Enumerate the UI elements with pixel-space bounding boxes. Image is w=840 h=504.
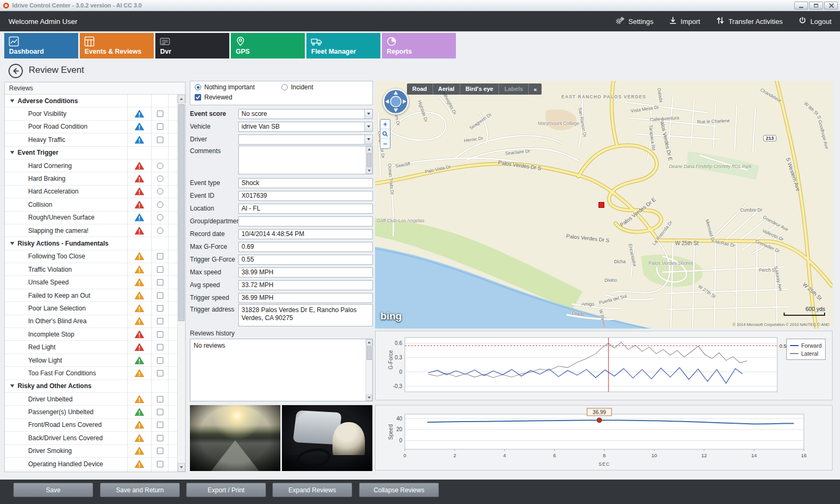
tree-item-red-light[interactable]: Red Light xyxy=(5,341,177,354)
checkbox-passenger-s-unbelted[interactable] xyxy=(157,409,163,415)
expander-icon[interactable] xyxy=(10,384,14,388)
save-button[interactable]: Save xyxy=(13,483,93,497)
header-action-logout[interactable]: Logout xyxy=(799,16,831,26)
save-and-return-button[interactable]: Save and Return xyxy=(100,483,180,497)
scroll-down-icon[interactable] xyxy=(366,394,372,401)
field-trigger-speed[interactable]: 36.99 MPH xyxy=(238,293,373,303)
field-event-score[interactable]: No score xyxy=(238,109,373,119)
classification-radio-incident[interactable]: Incident xyxy=(281,83,313,91)
event-location-marker[interactable] xyxy=(598,202,604,208)
checkbox-driver-smoking[interactable] xyxy=(157,448,163,454)
tree-item-slapping-the-camera[interactable]: Slapping the camera! xyxy=(5,224,177,237)
bing-map[interactable]: EAST RANCHO PALOS VERDESMarymount Colleg… xyxy=(375,81,833,329)
map-collapse-button[interactable]: « xyxy=(529,86,542,93)
radio-hard-cornering[interactable] xyxy=(157,163,163,169)
tree-item-unsafe-speed[interactable]: Unsafe Speed xyxy=(5,276,177,289)
zoom-in-button[interactable]: + xyxy=(380,120,390,129)
classification-radio-nothing-important[interactable]: Nothing important xyxy=(195,83,255,91)
radio-slapping-the-camera[interactable] xyxy=(157,228,163,234)
zoom-out-button[interactable]: − xyxy=(380,139,390,148)
checkbox-traffic-violation[interactable] xyxy=(157,266,163,273)
tree-item-collision[interactable]: Collision xyxy=(5,198,177,211)
close-button[interactable] xyxy=(824,2,838,10)
reviews-history-scrollbar[interactable] xyxy=(365,339,372,401)
tree-group-adverse-conditions[interactable]: Adverse Conditions xyxy=(5,95,177,107)
scroll-down-icon[interactable] xyxy=(366,167,372,174)
scrollbar-thumb[interactable] xyxy=(367,346,372,360)
map-compass-control[interactable] xyxy=(381,87,410,118)
field-event-type[interactable]: Shock xyxy=(238,178,373,188)
field-driver[interactable] xyxy=(238,135,373,145)
tree-item-poor-visibility[interactable]: Poor Visibility xyxy=(5,107,177,120)
tree-item-rough-uneven-surface[interactable]: Rough/Uneven Surface xyxy=(5,212,177,224)
radio-hard-acceleration[interactable] xyxy=(157,188,163,195)
reviewed-checkbox[interactable]: Reviewed xyxy=(195,94,232,101)
tree-item-driver-smoking[interactable]: Driver Smoking xyxy=(5,445,177,458)
tree-item-heavy-traffic[interactable]: Heavy Traffic xyxy=(5,133,177,146)
tab-fleet-manager[interactable]: Fleet Manager xyxy=(306,33,380,58)
textarea-scrollbar[interactable] xyxy=(365,146,372,174)
tree-item-passenger-s-unbelted[interactable]: Passenger(s) Unbelted xyxy=(5,406,177,418)
cabin-camera-thumbnail[interactable] xyxy=(282,405,372,471)
radio-rough-uneven-surface[interactable] xyxy=(157,214,163,221)
tree-item-operating-handled-device[interactable]: Operating Handled Device xyxy=(5,458,177,471)
checkbox-poor-visibility[interactable] xyxy=(157,111,163,117)
checkbox-poor-road-condition[interactable] xyxy=(157,123,163,130)
field-vehicle[interactable]: idrive Van SB xyxy=(238,122,373,132)
checkbox-incomplete-stop[interactable] xyxy=(157,331,163,338)
tab-events-reviews[interactable]: Events & Reviews xyxy=(80,33,154,58)
checkbox-front-road-lens-covered[interactable] xyxy=(157,422,163,428)
map-view-bird-s-eye[interactable]: Bird's eye xyxy=(460,83,499,95)
field-avg-speed[interactable]: 33.72 MPH xyxy=(238,280,373,290)
checkbox-back-driver-lens-covered[interactable] xyxy=(157,435,163,441)
reviews-history-list[interactable]: No reviews xyxy=(190,339,373,401)
tree-item-yellow-light[interactable]: Yellow Light xyxy=(5,354,177,367)
scroll-down-icon[interactable] xyxy=(178,463,185,472)
field-trigger-g-force[interactable]: 0.55 xyxy=(238,255,373,265)
scrollbar-thumb[interactable] xyxy=(178,104,185,321)
tree-item-front-road-lens-covered[interactable]: Front/Road Lens Covered xyxy=(5,419,177,432)
expander-icon[interactable] xyxy=(10,99,14,103)
reviews-scrollbar[interactable] xyxy=(177,95,185,472)
checkbox-in-other-s-blind-area[interactable] xyxy=(157,318,163,324)
checkbox-yellow-light[interactable] xyxy=(157,357,163,364)
map-view-road[interactable]: Road xyxy=(407,83,433,95)
tree-group-risky-and-other-actions[interactable]: Risky and Other Actions xyxy=(5,380,177,393)
checkbox-too-fast-for-conditions[interactable] xyxy=(157,370,163,376)
field-comments[interactable] xyxy=(238,146,373,174)
scroll-up-icon[interactable] xyxy=(366,146,372,153)
tree-group-risky-actions-fundamentals[interactable]: Risky Actions - Fundamentals xyxy=(5,237,177,250)
tree-item-back-driver-lens-covered[interactable]: Back/Driver Lens Covered xyxy=(5,432,177,444)
back-button[interactable] xyxy=(9,64,23,78)
export-print-button[interactable]: Export / Print xyxy=(186,483,266,497)
checkbox-unsafe-speed[interactable] xyxy=(157,279,163,285)
tree-item-too-fast-for-conditions[interactable]: Too Fast For Conditions xyxy=(5,367,177,380)
field-record-date[interactable]: 10/4/2014 4:48:54 PM xyxy=(238,229,373,239)
tree-item-poor-lane-selection[interactable]: Poor Lane Selection xyxy=(5,302,177,315)
expander-icon[interactable] xyxy=(10,242,14,245)
field-location[interactable]: Al - FL xyxy=(238,204,373,214)
expand-reviews-button[interactable]: Expand Reviews xyxy=(272,483,352,497)
radio-hard-braking[interactable] xyxy=(157,175,163,182)
header-action-settings[interactable]: Settings xyxy=(616,16,653,27)
checkbox-red-light[interactable] xyxy=(157,344,163,350)
scroll-up-icon[interactable] xyxy=(366,339,372,346)
checkbox-poor-lane-selection[interactable] xyxy=(157,305,163,312)
tree-item-incomplete-stop[interactable]: Incomplete Stop xyxy=(5,328,177,341)
tree-item-in-other-s-blind-area[interactable]: In Other's Blind Area xyxy=(5,315,177,328)
tab-reports[interactable]: Reports xyxy=(382,33,456,58)
header-action-import[interactable]: Import xyxy=(669,16,700,26)
radio-collision[interactable] xyxy=(157,201,163,208)
checkbox-following-too-close[interactable] xyxy=(157,253,163,259)
field-max-g-force[interactable]: 0.69 xyxy=(238,242,373,252)
tree-item-failed-to-keep-an-out[interactable]: Failed to Keep an Out xyxy=(5,289,177,302)
field-group-department[interactable] xyxy=(238,216,373,226)
scrollbar-thumb[interactable] xyxy=(367,153,372,167)
tree-item-driver-unbelted[interactable]: Driver Unbelted xyxy=(5,393,177,406)
tree-item-following-too-close[interactable]: Following Too Close xyxy=(5,250,177,263)
tree-group-event-trigger[interactable]: Event Trigger xyxy=(5,147,177,159)
field-event-id[interactable]: X017639 xyxy=(238,191,373,201)
scroll-up-icon[interactable] xyxy=(178,95,185,103)
checkbox-operating-handled-device[interactable] xyxy=(157,461,163,467)
tab-gps[interactable]: GPS xyxy=(231,33,305,58)
